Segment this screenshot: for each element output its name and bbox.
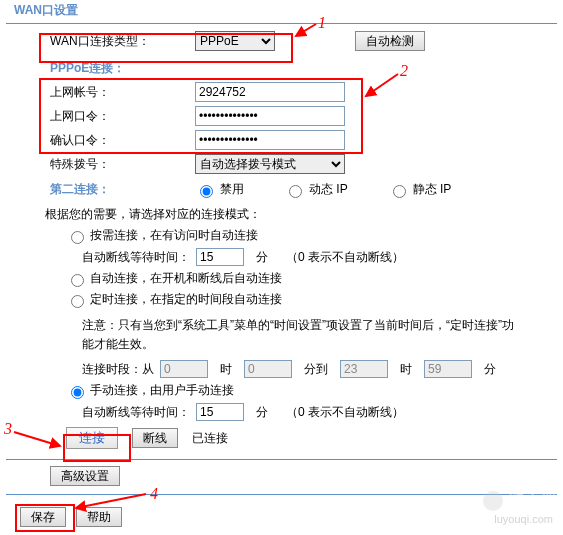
router-icon [483, 491, 503, 511]
minute-unit: 分 [256, 249, 268, 266]
password-input[interactable] [195, 106, 345, 126]
watermark-sub: luyouqi.com [494, 513, 553, 525]
divider-2 [6, 459, 557, 460]
timed-note: 注意：只有当您到“系统工具”菜单的“时间设置”项设置了当前时间后，“定时连接”功… [0, 312, 563, 358]
annot-num-3: 3 [4, 420, 12, 438]
mode-auto[interactable]: 自动连接，在开机和断线后自动连接 [0, 270, 563, 287]
second-conn-dynamic[interactable]: 动态 IP [284, 181, 348, 198]
connect-button[interactable]: 连接 [66, 427, 118, 449]
dial-label: 特殊拨号： [0, 156, 195, 173]
confirm-label: 确认口令： [0, 132, 195, 149]
annot-num-4: 4 [150, 485, 158, 503]
svg-line-3 [76, 494, 146, 508]
hour-unit: 时 [220, 361, 232, 378]
confirm-row: 确认口令： [0, 129, 563, 151]
disconnect-button[interactable]: 断线 [132, 428, 178, 448]
annot-num-1: 1 [318, 14, 326, 32]
wan-type-label: WAN口连接类型： [0, 33, 195, 50]
bottom-bar: 保存 帮助 [0, 507, 563, 527]
page-title: WAN口设置 [0, 0, 563, 23]
confirm-input[interactable] [195, 130, 345, 150]
annot-num-2: 2 [400, 62, 408, 80]
password-row: 上网口令： [0, 105, 563, 127]
period-from-hour [160, 360, 208, 378]
manual-wait-hint: （0 表示不自动断线） [286, 404, 404, 421]
on-demand-wait-label: 自动断线等待时间： [82, 249, 190, 266]
dial-row: 特殊拨号： 自动选择拨号模式 [0, 153, 563, 175]
mode-prompt: 根据您的需要，请选择对应的连接模式： [0, 206, 563, 223]
manual-wait-input[interactable] [196, 403, 244, 421]
auto-detect-button[interactable]: 自动检测 [355, 31, 425, 51]
second-conn-label: 第二连接： [0, 181, 195, 198]
wan-type-row: WAN口连接类型： PPPoE 自动检测 [0, 30, 563, 52]
minute-unit-2: 分 [484, 361, 496, 378]
period-to-hour [340, 360, 388, 378]
minute-to-unit: 分到 [304, 361, 328, 378]
on-demand-wait-input[interactable] [196, 248, 244, 266]
wan-type-select[interactable]: PPPoE [195, 31, 275, 51]
minute-unit-3: 分 [256, 404, 268, 421]
dial-select[interactable]: 自动选择拨号模式 [195, 154, 345, 174]
advanced-settings-button[interactable]: 高级设置 [50, 466, 120, 486]
password-label: 上网口令： [0, 108, 195, 125]
on-demand-wait-row: 自动断线等待时间： 分 （0 表示不自动断线） [0, 248, 563, 266]
second-conn-disable[interactable]: 禁用 [195, 181, 244, 198]
help-button[interactable]: 帮助 [76, 507, 122, 527]
period-label: 连接时段：从 [82, 361, 154, 378]
second-conn-row: 第二连接： 禁用 动态 IP 静态 IP [0, 181, 563, 198]
mode-on-demand[interactable]: 按需连接，在有访问时自动连接 [0, 227, 563, 244]
save-button[interactable]: 保存 [20, 507, 66, 527]
pppoe-header: PPPoE连接： [0, 54, 563, 79]
on-demand-wait-hint: （0 表示不自动断线） [286, 249, 404, 266]
hour-unit-2: 时 [400, 361, 412, 378]
period-row: 连接时段：从 时 分到 时 分 [0, 360, 563, 378]
divider [6, 23, 557, 24]
advanced-row: 高级设置 [0, 466, 563, 486]
mode-timed[interactable]: 定时连接，在指定的时间段自动连接 [0, 291, 563, 308]
second-conn-static[interactable]: 静态 IP [388, 181, 452, 198]
account-input[interactable] [195, 82, 345, 102]
connect-button-row: 连接 断线 已连接 [0, 427, 563, 449]
divider-3 [6, 494, 557, 495]
period-from-min [244, 360, 292, 378]
mode-manual[interactable]: 手动连接，由用户手动连接 [0, 382, 563, 399]
manual-wait-row: 自动断线等待时间： 分 （0 表示不自动断线） [0, 403, 563, 421]
account-label: 上网帐号： [0, 84, 195, 101]
connection-status: 已连接 [192, 430, 228, 447]
manual-wait-label: 自动断线等待时间： [82, 404, 190, 421]
account-row: 上网帐号： [0, 81, 563, 103]
watermark: 路由器 [483, 490, 557, 511]
period-to-min [424, 360, 472, 378]
